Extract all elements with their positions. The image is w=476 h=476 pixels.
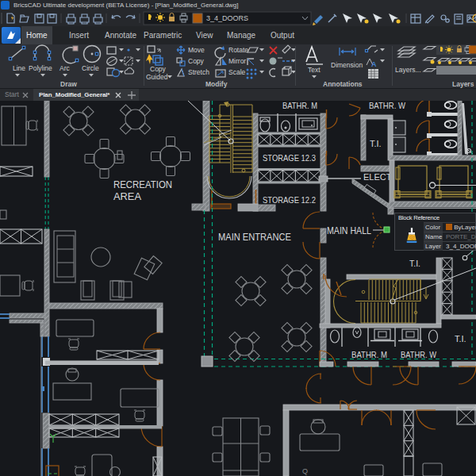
svg-text:Layers...: Layers... (395, 66, 421, 74)
svg-text:RECREATION: RECREATION (113, 178, 172, 190)
svg-text:Line: Line (13, 64, 25, 72)
svg-text:3_4_DOORS: 3_4_DOORS (206, 14, 248, 22)
svg-text:MAIN HALL: MAIN HALL (327, 225, 371, 236)
svg-text:Text: Text (308, 66, 321, 74)
svg-text:Circle: Circle (82, 64, 99, 72)
svg-text:BATHR. W: BATHR. W (401, 350, 436, 359)
svg-text:A: A (371, 60, 377, 68)
svg-text:Arc: Arc (60, 64, 71, 72)
svg-text:Move: Move (188, 46, 205, 54)
svg-text:MAIN ENTRANCE: MAIN ENTRANCE (218, 231, 291, 243)
svg-text:Dimension: Dimension (331, 61, 363, 69)
svg-text:BATHR. M: BATHR. M (351, 350, 387, 359)
svg-text:Rotate: Rotate (228, 46, 248, 54)
svg-text:Scale: Scale (228, 68, 246, 76)
svg-text:BATHR. M: BATHR. M (282, 101, 317, 110)
svg-text:ELECT: ELECT (363, 172, 392, 182)
svg-text:Q: Q (302, 467, 308, 475)
svg-text:Mirror: Mirror (228, 57, 246, 65)
svg-text:Polyline: Polyline (29, 64, 52, 72)
svg-text:AREA: AREA (113, 190, 141, 202)
svg-text:BATHR. W: BATHR. W (369, 101, 405, 110)
svg-text:STORAGE 12.3: STORAGE 12.3 (263, 153, 316, 163)
svg-text:Stretch: Stretch (188, 68, 209, 76)
svg-text:Copy: Copy (150, 65, 167, 73)
svg-text:Guided: Guided (146, 73, 168, 81)
svg-text:Copy: Copy (188, 57, 205, 65)
svg-text:T.I.: T.I. (455, 334, 466, 344)
svg-text:STORAGE 12.2: STORAGE 12.2 (263, 195, 316, 205)
svg-text:T.I.: T.I. (409, 259, 420, 268)
svg-text:T.I.: T.I. (370, 139, 382, 148)
